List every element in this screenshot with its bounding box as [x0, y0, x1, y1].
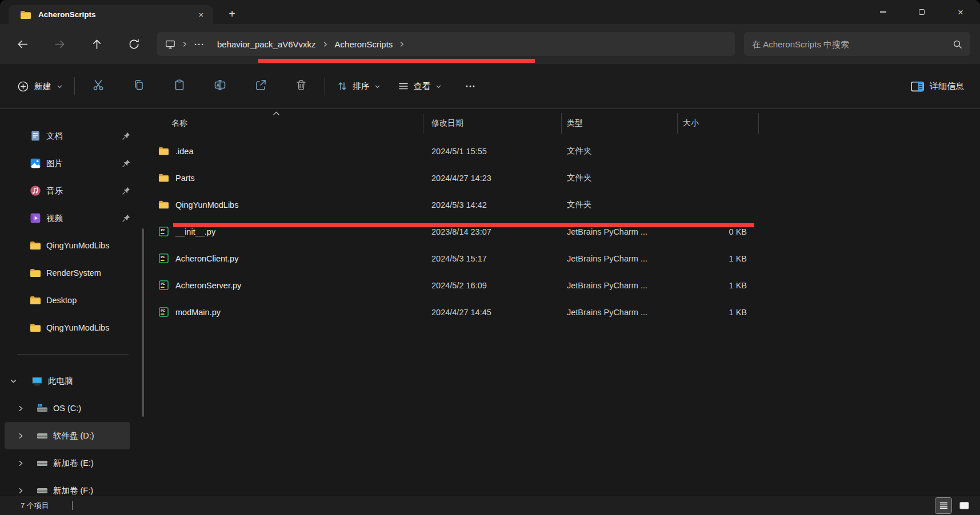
file-name-cell: QingYunModLibs: [146, 200, 423, 210]
file-name: AcheronServer.py: [175, 281, 241, 290]
new-button[interactable]: 新建: [17, 81, 63, 92]
file-row-QingYunModLibs[interactable]: QingYunModLibs2024/5/3 14:42文件夹: [146, 191, 980, 218]
this-pc-icon: [31, 375, 43, 387]
search-box: [744, 32, 970, 56]
drive-icon: [37, 430, 48, 441]
share-icon-button[interactable]: [249, 74, 273, 98]
chevron-right-icon[interactable]: [16, 404, 25, 413]
back-button[interactable]: [13, 34, 32, 54]
sidebar-item-图片[interactable]: 图片: [0, 150, 146, 177]
close-button[interactable]: ×: [945, 0, 977, 24]
breadcrumb-overflow[interactable]: ···: [194, 39, 205, 49]
search-input[interactable]: [752, 39, 953, 49]
pycharm-icon: PC: [158, 280, 169, 290]
view-button[interactable]: 查看: [398, 81, 442, 92]
maximize-icon: [919, 9, 925, 15]
share-icon: [254, 79, 267, 94]
large-icons-view-toggle[interactable]: [956, 498, 972, 513]
sort-button[interactable]: 排序: [337, 81, 381, 92]
breadcrumb-segment-acheronscripts[interactable]: AcheronScripts: [335, 39, 393, 49]
pin-icon: [122, 159, 131, 168]
sidebar-item-文档[interactable]: 文档: [0, 122, 146, 150]
sidebar-tree-item-软件盘 (D:)[interactable]: 软件盘 (D:): [5, 422, 130, 449]
file-name-cell: PCAcheronServer.py: [146, 280, 423, 290]
column-header-size[interactable]: 大小: [678, 118, 758, 128]
file-row-Parts[interactable]: Parts2024/4/27 14:23文件夹: [146, 164, 980, 191]
sidebar-tree-label: OS (C:): [53, 404, 81, 413]
monitor-icon: [165, 39, 175, 49]
sidebar-item-QingYunModLibs[interactable]: QingYunModLibs: [0, 232, 146, 259]
file-row-AcheronClient.py[interactable]: PCAcheronClient.py2024/5/3 15:17JetBrain…: [146, 245, 980, 272]
svg-text:PC: PC: [161, 228, 165, 232]
copy-icon-button[interactable]: [127, 74, 151, 98]
sidebar-item-Desktop[interactable]: Desktop: [0, 287, 146, 314]
column-header-type[interactable]: 类型: [562, 118, 677, 128]
svg-text:PC: PC: [161, 309, 165, 312]
details-pane-button[interactable]: 详细信息: [911, 81, 964, 92]
videos-icon: [30, 212, 41, 224]
file-date-modified: 2023/8/14 23:07: [423, 227, 562, 236]
file-size: 1 KB: [678, 308, 758, 317]
sidebar-item-视频[interactable]: 视频: [0, 204, 146, 232]
column-header-name[interactable]: 名称: [146, 118, 423, 128]
file-row-modMain.py[interactable]: PCmodMain.py2024/4/27 14:45JetBrains PyC…: [146, 299, 980, 325]
file-name: __init__.py: [175, 227, 215, 236]
details-panel-icon: [911, 81, 924, 92]
folder-icon: [158, 146, 169, 156]
file-size: 0 KB: [678, 227, 758, 236]
sidebar-tree-item-OS (C:)[interactable]: OS (C:): [0, 395, 146, 422]
sidebar-item-label: Desktop: [46, 296, 77, 305]
address-bar[interactable]: ··· behavior_pack_aV6Vvxkz AcheronScript…: [157, 32, 735, 56]
chevron-down-icon[interactable]: [9, 376, 18, 385]
folder-icon: [30, 295, 41, 306]
sidebar-item-QingYunModLibs[interactable]: QingYunModLibs: [0, 314, 146, 341]
chevron-right-icon[interactable]: [16, 431, 25, 440]
tab-close-icon[interactable]: ×: [194, 7, 209, 22]
more-options-button[interactable]: [459, 75, 482, 98]
pin-icon: [122, 131, 131, 140]
minimize-icon: [880, 11, 886, 13]
file-row-.idea[interactable]: .idea2024/5/1 15:55文件夹: [146, 138, 980, 164]
pin-icon: [122, 214, 131, 223]
breadcrumb-segment-behavior-pack[interactable]: behavior_pack_aV6Vvxkz: [217, 39, 316, 49]
search-icon[interactable]: [953, 39, 962, 49]
chevron-right-icon[interactable]: [16, 458, 25, 468]
explorer-tab[interactable]: AcheronScripts ×: [9, 5, 213, 24]
sidebar-tree-item-此电脑[interactable]: 此电脑: [0, 367, 146, 395]
new-tab-button[interactable]: +: [223, 5, 241, 23]
pycharm-icon: PC: [158, 227, 169, 236]
window-controls: ×: [867, 0, 977, 24]
chevron-right-icon[interactable]: [16, 486, 25, 495]
rename-icon-button[interactable]: [208, 74, 232, 98]
column-header-date-modified[interactable]: 修改日期: [423, 118, 561, 128]
sidebar-tree-item-新加卷 (F:)[interactable]: 新加卷 (F:): [0, 477, 146, 496]
status-bar: 7 个项目: [0, 496, 980, 515]
command-bar: 新建 排序 查看 详细信息: [0, 64, 980, 109]
chevron-right-icon: [182, 41, 188, 47]
file-type: 文件夹: [562, 146, 678, 156]
sort-ascending-caret-icon: [273, 111, 280, 116]
details-view-toggle[interactable]: [935, 498, 951, 513]
sidebar-item-label: 文档: [46, 131, 63, 142]
sidebar-tree-label: 新加卷 (F:): [53, 485, 93, 496]
file-row-__init__.py[interactable]: PC__init__.py2023/8/14 23:07JetBrains Py…: [146, 218, 980, 245]
file-name: modMain.py: [175, 308, 221, 317]
sidebar-tree-item-新加卷 (E:)[interactable]: 新加卷 (E:): [0, 449, 146, 477]
folder-icon: [30, 322, 41, 333]
sidebar-item-音乐[interactable]: 音乐: [0, 177, 146, 204]
view-button-label: 查看: [414, 81, 431, 92]
sidebar-item-RenderSystem[interactable]: RenderSystem: [0, 259, 146, 287]
refresh-button[interactable]: [124, 34, 143, 54]
sidebar-tree-label: 软件盘 (D:): [53, 430, 94, 441]
new-button-label: 新建: [34, 81, 51, 92]
file-row-AcheronServer.py[interactable]: PCAcheronServer.py2024/5/2 16:09JetBrain…: [146, 272, 980, 299]
chevron-right-icon: [399, 41, 405, 47]
maximize-button[interactable]: [906, 0, 938, 24]
cut-icon-button[interactable]: [86, 74, 110, 98]
delete-icon-button[interactable]: [289, 74, 313, 98]
forward-button[interactable]: [50, 34, 69, 54]
paste-icon-button[interactable]: [167, 74, 191, 98]
up-button[interactable]: [87, 34, 106, 54]
minimize-button[interactable]: [867, 0, 899, 24]
column-divider[interactable]: [758, 113, 759, 134]
